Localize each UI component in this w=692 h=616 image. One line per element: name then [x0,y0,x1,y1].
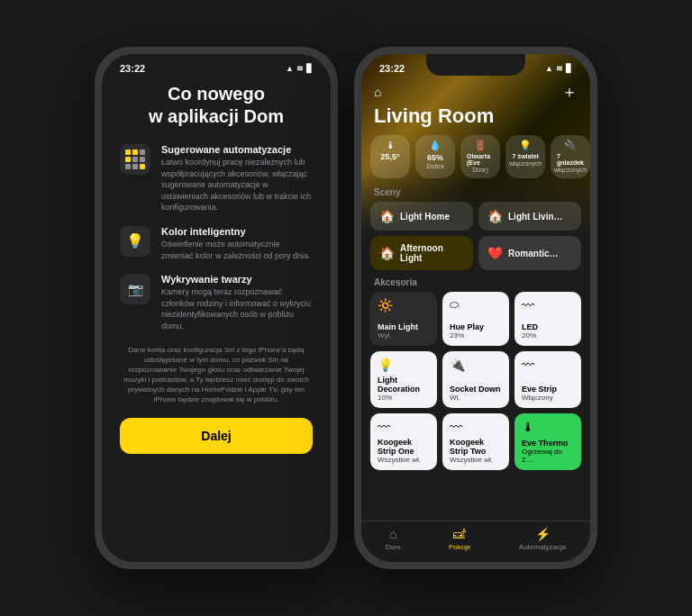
phone2-screen: 23:22 ▲ ≋ ▊ ⌂ ＋ Living Room 🌡 25,5° [361,54,590,562]
face-icon: 📷 [120,274,150,304]
feature-text-0: Sugerowane automatyzacje Łatwo koordynuj… [161,144,313,213]
status-icons-1: ▲ ≋ ▊ [286,64,313,73]
acc-koogeek-one[interactable]: 〰 Koogeek Strip One Wszystkie wł. [370,413,437,470]
acc-icon-0: 🔆 [378,298,430,313]
stat-humidity[interactable]: 💧 65% Dobra [415,135,455,178]
scene-icon-0: 🏠 [379,209,395,223]
scene-romantic[interactable]: ❤️ Romantic… [478,236,581,270]
door-icon: 🚪 [474,140,487,151]
status-bar-1: 23:22 ▲ ≋ ▊ [102,54,331,77]
stat-door[interactable]: 🚪 Otwarta (Eve Door) [460,135,500,178]
phone2-content: ⌂ ＋ Living Room 🌡 25,5° 💧 65% Dobra [361,77,590,521]
phone-2: 23:22 ▲ ≋ ▊ ⌂ ＋ Living Room 🌡 25,5° [354,47,597,569]
acc-led[interactable]: 〰 LED 20% [514,292,581,346]
feature-item-0: Sugerowane automatyzacje Łatwo koordynuj… [120,144,313,213]
scene-icon-2: 🏠 [379,246,395,260]
time-2: 23:22 [379,63,405,74]
acc-icon-8: 🌡 [522,420,574,434]
humidity-icon: 💧 [429,140,442,151]
scene-icon-3: ❤️ [487,246,503,260]
tab-bar: ⌂ Dom 🛋 Pokoje ⚡ Automatyzacja [361,521,590,562]
acc-icon-6: 〰 [378,420,430,434]
room-title: Living Room [361,103,590,135]
onboard-title: Co nowego w aplikacji Dom [120,83,313,128]
acc-light-deco[interactable]: 💡 Light Decoration 10% [370,351,437,408]
acc-socket-down[interactable]: 🔌 Socket Down Wł. [442,351,509,408]
continue-button[interactable]: Dalej [120,418,313,454]
phones-container: 23:22 ▲ ≋ ▊ Co nowego w aplikacji Dom [95,47,597,569]
stat-lights[interactable]: 💡 7 świateł włączonych [505,135,545,178]
scene-afternoon[interactable]: 🏠 Afternoon Light [370,236,473,270]
accessories-grid: 🔆 Main Light Wył. ⬭ Hue Play 23% [361,292,590,476]
feature-text-1: Kolor inteligentny Oświetlenie może auto… [161,226,313,261]
temp-icon: 🌡 [386,140,396,150]
automation-icon [120,144,150,175]
scenes-label: Sceny [361,186,590,202]
acc-koogeek-two[interactable]: 〰 Koogeek Strip Two Wszystkie wł. [442,413,509,470]
scenes-grid: 🏠 Light Home 🏠 Light Livin… 🏠 Afternoon … [361,202,590,276]
acc-icon-5: 〰 [522,358,574,372]
tab-pokoje-icon: 🛋 [453,527,466,541]
feature-item-2: 📷 Wykrywanie twarzy Kamery mogą teraz ro… [120,274,313,331]
time-1: 23:22 [120,63,145,74]
phone1-content: Co nowego w aplikacji Dom [102,77,331,562]
add-icon[interactable]: ＋ [561,81,578,103]
home-icon[interactable]: ⌂ [374,85,381,99]
acc-main-light[interactable]: 🔆 Main Light Wył. [370,292,437,346]
status-bar-2: 23:22 ▲ ≋ ▊ [361,54,590,77]
phone2-header: ⌂ ＋ [361,77,590,103]
tab-pokoje[interactable]: 🛋 Pokoje [449,527,470,551]
lights-icon: 💡 [519,140,532,151]
socket-icon: 🔌 [564,140,577,151]
acc-icon-7: 〰 [450,420,502,434]
phone1-screen: 23:22 ▲ ≋ ▊ Co nowego w aplikacji Dom [102,54,331,562]
tab-dom[interactable]: ⌂ Dom [386,527,401,551]
acc-eve-thermo[interactable]: 🌡 Eve Thermo Ogrzewaj do 2… [514,413,581,470]
feature-item-1: 💡 Kolor inteligentny Oświetlenie może au… [120,226,313,261]
stats-row: 🌡 25,5° 💧 65% Dobra 🚪 Otwarta (Eve Door) [361,135,590,186]
feature-text-2: Wykrywanie twarzy Kamery mogą teraz rozp… [161,274,313,331]
tab-auto-icon: ⚡ [535,527,551,541]
tab-dom-icon: ⌂ [389,527,396,541]
acc-icon-1: ⬭ [450,298,502,311]
scene-light-home[interactable]: 🏠 Light Home [370,202,473,231]
acc-icon-2: 〰 [522,298,574,313]
tab-automatyzacja[interactable]: ⚡ Automatyzacja [519,527,566,551]
stat-sockets[interactable]: 🔌 7 gniazdek włączonych [551,135,590,178]
scene-light-livin[interactable]: 🏠 Light Livin… [478,202,581,231]
stat-temp[interactable]: 🌡 25,5° [370,135,410,178]
scene-icon-1: 🏠 [487,209,503,223]
acc-icon-3: 💡 [378,358,430,372]
color-icon: 💡 [120,226,150,257]
status-icons-2: ▲ ≋ ▊ [545,64,572,73]
privacy-text: Dane konta oraz konfiguracja Siri z tego… [120,345,313,405]
acc-icon-4: 🔌 [450,358,502,372]
phone-1: 23:22 ▲ ≋ ▊ Co nowego w aplikacji Dom [95,47,338,569]
acc-eve-strip[interactable]: 〰 Eve Strip Włączony [514,351,581,408]
acc-hue-play[interactable]: ⬭ Hue Play 23% [442,292,509,346]
accessories-label: Akcesoria [361,276,590,292]
